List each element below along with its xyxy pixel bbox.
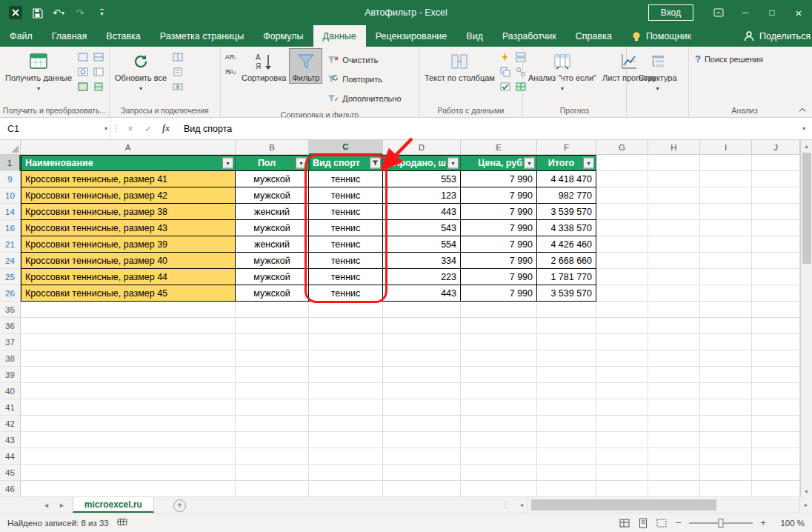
empty-cell[interactable] (700, 171, 752, 187)
empty-cell[interactable] (648, 367, 700, 383)
empty-cell[interactable] (700, 269, 752, 285)
vertical-scrollbar[interactable]: ▲ ▼ (800, 140, 812, 497)
select-all-button[interactable] (0, 140, 21, 155)
empty-cell[interactable] (752, 432, 800, 448)
empty-cell[interactable] (596, 399, 648, 416)
previous-sheet-button[interactable]: ◄ (43, 502, 50, 509)
empty-cell[interactable] (309, 416, 383, 432)
outline-button[interactable]: Структура ▾ (635, 48, 679, 95)
empty-cell[interactable] (309, 399, 383, 416)
excel-app-icon[interactable] (6, 3, 25, 22)
empty-cell[interactable] (752, 465, 800, 481)
empty-cell[interactable] (236, 334, 309, 350)
empty-cell[interactable] (752, 367, 800, 383)
empty-cell[interactable] (596, 367, 648, 383)
empty-cell[interactable] (648, 432, 700, 448)
empty-cell[interactable] (383, 350, 461, 367)
row-header[interactable]: 36 (0, 318, 21, 334)
cell-name[interactable]: Кроссовки теннисные, размер 45 (21, 285, 236, 302)
empty-cell[interactable] (648, 171, 700, 187)
empty-cell[interactable] (537, 481, 596, 497)
empty-cell[interactable] (461, 302, 537, 318)
column-header-c[interactable]: C (309, 140, 383, 155)
empty-cell[interactable] (596, 187, 648, 204)
text-to-columns-button[interactable]: Текст по столбцам (422, 48, 498, 84)
cell-total[interactable]: 4 338 570 (537, 220, 596, 236)
sheet-bar-resize-handle[interactable]: ⋮ (496, 497, 516, 513)
empty-cell[interactable] (309, 367, 383, 383)
add-sheet-button[interactable]: + (173, 499, 186, 512)
empty-cell[interactable] (21, 383, 236, 399)
refresh-all-button[interactable]: Обновить все ▾ (112, 48, 170, 95)
edit-links-icon[interactable] (171, 80, 184, 93)
cell-sport[interactable]: теннис (309, 171, 383, 187)
empty-cell[interactable] (648, 416, 700, 432)
empty-cell[interactable] (752, 399, 800, 416)
header-cell-gender[interactable]: Пол ▾ (236, 155, 309, 171)
empty-cell[interactable] (648, 383, 700, 399)
empty-cell[interactable] (648, 448, 700, 465)
scroll-left-button[interactable]: ◄ (516, 499, 528, 511)
recent-sources-icon[interactable] (76, 65, 89, 78)
empty-cell[interactable] (309, 334, 383, 350)
normal-view-button[interactable] (618, 516, 631, 530)
empty-cell[interactable] (700, 334, 752, 350)
maximize-button[interactable]: □ (759, 0, 785, 25)
row-header[interactable]: 45 (0, 465, 21, 481)
query-options-icon[interactable] (92, 80, 104, 93)
column-header-h[interactable]: H (648, 140, 700, 155)
empty-cell[interactable] (648, 399, 700, 416)
empty-cell[interactable] (537, 367, 596, 383)
empty-cell[interactable] (596, 432, 648, 448)
cell-sold[interactable]: 334 (383, 253, 461, 269)
empty-cell[interactable] (461, 432, 537, 448)
empty-cell[interactable] (752, 481, 800, 497)
name-box[interactable]: C1 ▾ (0, 118, 111, 139)
close-button[interactable]: × (785, 0, 812, 25)
empty-cell[interactable] (461, 399, 537, 416)
empty-cell[interactable] (537, 318, 596, 334)
empty-cell[interactable] (236, 416, 309, 432)
empty-cell[interactable] (309, 465, 383, 481)
row-header[interactable]: 9 (0, 171, 21, 187)
insert-function-button[interactable]: fx (157, 118, 175, 139)
empty-cell[interactable] (596, 416, 648, 432)
empty-cell[interactable] (309, 302, 383, 318)
empty-cell[interactable] (700, 350, 752, 367)
empty-cell[interactable] (648, 204, 700, 220)
column-header-g[interactable]: G (596, 140, 648, 155)
empty-cell[interactable] (752, 334, 800, 350)
empty-cell[interactable] (537, 399, 596, 416)
vertical-scrollbar-thumb[interactable] (802, 153, 811, 264)
empty-cell[interactable] (700, 416, 752, 432)
macro-record-icon[interactable] (116, 516, 129, 530)
empty-cell[interactable] (700, 155, 752, 171)
empty-cell[interactable] (596, 448, 648, 465)
empty-cell[interactable] (752, 236, 800, 253)
header-cell-sold[interactable]: Продано, ш ▾ (383, 155, 461, 171)
empty-cell[interactable] (21, 367, 236, 383)
collapse-ribbon-button[interactable] (799, 107, 805, 113)
empty-cell[interactable] (236, 302, 309, 318)
empty-cell[interactable] (537, 416, 596, 432)
empty-cell[interactable] (752, 285, 800, 302)
what-if-analysis-button[interactable]: Анализ "что если" ▾ (525, 48, 599, 95)
empty-cell[interactable] (648, 236, 700, 253)
cell-total[interactable]: 4 426 460 (537, 236, 596, 253)
cell-price[interactable]: 7 990 (461, 220, 537, 236)
cell-sold[interactable]: 553 (383, 171, 461, 187)
row-header[interactable]: 16 (0, 220, 21, 236)
empty-cell[interactable] (700, 448, 752, 465)
page-break-view-button[interactable] (655, 516, 668, 530)
empty-cell[interactable] (596, 155, 648, 171)
row-header[interactable]: 21 (0, 236, 21, 253)
tab-developer[interactable]: Разработчик (493, 25, 566, 47)
empty-cell[interactable] (461, 383, 537, 399)
row-header[interactable]: 25 (0, 269, 21, 285)
empty-cell[interactable] (700, 399, 752, 416)
empty-cell[interactable] (648, 285, 700, 302)
empty-cell[interactable] (236, 318, 309, 334)
empty-cell[interactable] (383, 383, 461, 399)
cell-price[interactable]: 7 990 (461, 253, 537, 269)
column-header-i[interactable]: I (700, 140, 752, 155)
